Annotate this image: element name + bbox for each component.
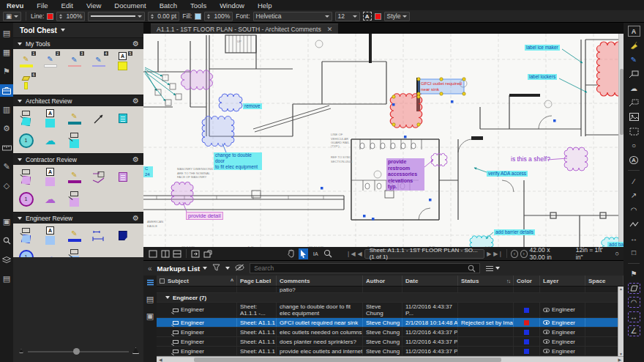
cloud-markup-purple[interactable]	[181, 70, 213, 90]
last-page-icon[interactable]: ▶❘	[493, 251, 503, 257]
fill-opacity-stepper[interactable]: 100%	[204, 12, 233, 21]
font-dropdown[interactable]: Helvetica	[253, 12, 332, 21]
tool-callout-box-contractor[interactable]	[64, 189, 84, 209]
provide-detail-markup[interactable]: provide detail	[186, 212, 223, 220]
gfci-markup[interactable]: GFCI outlet required near sink	[421, 81, 463, 92]
tool-highlight-architect[interactable]: ✎	[64, 108, 84, 128]
tool-note-architect[interactable]	[113, 108, 132, 128]
slider-knob[interactable]	[73, 348, 80, 355]
zoom-tool-icon[interactable]	[323, 248, 333, 259]
restroom-markup[interactable]: provide restroom accessories elevations …	[386, 158, 424, 191]
gear-icon[interactable]	[132, 214, 139, 222]
previous-view-icon[interactable]: ‹	[511, 250, 518, 258]
tool-callout-box-engineer[interactable]	[64, 247, 84, 257]
layers-panel-icon[interactable]	[0, 254, 13, 266]
windows-panel-icon[interactable]	[0, 103, 13, 116]
change-door-markup[interactable]: change to double door to fit elec equipm…	[214, 152, 262, 169]
polyline-tool-icon[interactable]	[628, 218, 640, 229]
menu-batch[interactable]: Batch	[153, 1, 184, 10]
remove-markup[interactable]: remove	[243, 103, 262, 109]
markups-export-icon[interactable]	[143, 311, 157, 322]
split-horizontal-icon[interactable]	[172, 248, 182, 259]
markup-summary-icon[interactable]	[0, 273, 13, 285]
snapshot-tool-icon[interactable]	[628, 126, 640, 137]
col-date[interactable]: Date	[402, 276, 458, 286]
line-width-stepper[interactable]: 0.00 pt	[148, 12, 179, 21]
markups-search[interactable]	[250, 263, 480, 273]
image-tool-icon[interactable]	[628, 111, 640, 122]
tool-count-contractor[interactable]: 1	[16, 189, 36, 209]
tool-pencil[interactable]: 1✎	[16, 51, 36, 71]
tool-count-architect[interactable]: 1	[16, 130, 36, 150]
tool-cloud-engineer[interactable]	[40, 247, 60, 257]
text-box-tool-icon[interactable]: A	[628, 26, 640, 37]
hide-markups-icon[interactable]	[235, 264, 244, 273]
ada-markup[interactable]: verify ADA access	[487, 171, 528, 177]
col-page-label[interactable]: Page Label	[237, 276, 277, 286]
tool-arrow-architect[interactable]	[89, 108, 108, 128]
callout-tool-icon[interactable]	[628, 69, 640, 80]
tool-textbox-architect[interactable]: A	[40, 108, 60, 128]
rectangle-tool-icon[interactable]	[628, 247, 640, 258]
col-comments[interactable]: Comments	[277, 276, 363, 286]
menu-view[interactable]: View	[80, 1, 108, 10]
measure-area-tool-icon[interactable]	[628, 283, 640, 294]
menu-tools[interactable]: Tools	[184, 1, 213, 10]
menu-file[interactable]: File	[30, 1, 54, 10]
search-input[interactable]	[254, 265, 468, 272]
document-tab[interactable]: A1.1.1 - 1ST FLOOR PLAN - SOUTH - Archit…	[151, 23, 338, 34]
menu-edit[interactable]: Edit	[55, 1, 80, 10]
group-row-engineer[interactable]: Engineer (7)	[157, 293, 624, 303]
tool-size-slider[interactable]	[18, 347, 139, 356]
next-page-icon[interactable]: ▶	[487, 251, 491, 257]
prev-page-icon[interactable]: ◀	[358, 251, 362, 257]
line-style-dropdown[interactable]	[88, 12, 145, 21]
markups-list-title[interactable]: Markups List	[157, 265, 208, 273]
col-status[interactable]: Status	[458, 276, 514, 286]
tool-preset-dropdown[interactable]	[3, 12, 21, 21]
collapse-panel-icon[interactable]	[148, 265, 152, 273]
menu-window[interactable]: Window	[213, 1, 251, 10]
ellipse-tool-icon[interactable]	[628, 140, 640, 151]
arc-tool-icon[interactable]	[628, 204, 640, 215]
fill-color-swatch[interactable]	[195, 13, 201, 20]
ice-maker-markup[interactable]: label ice maker	[525, 45, 560, 51]
menu-document[interactable]: Document	[108, 1, 152, 10]
col-subject[interactable]: Subject^	[157, 276, 237, 286]
close-icon[interactable]: ✕	[327, 26, 333, 33]
detach-view-icon[interactable]	[203, 248, 213, 259]
cloud-markup-red-selected[interactable]	[390, 94, 422, 128]
menu-revu[interactable]: Revu	[0, 1, 30, 10]
flag-tool-icon[interactable]	[628, 268, 640, 279]
thumbnails-panel-icon[interactable]	[0, 46, 13, 59]
section-engineer-review[interactable]: Engineer Review	[13, 212, 143, 224]
select-tool-icon[interactable]	[299, 248, 309, 259]
markups-vertical-scrollbar[interactable]: ▲▼	[618, 287, 624, 356]
pan-tool-icon[interactable]	[286, 248, 296, 259]
col-color[interactable]: Color	[514, 276, 540, 286]
select-text-icon[interactable]: IA	[310, 248, 321, 259]
section-my-tools[interactable]: My Tools	[13, 37, 143, 49]
search-panel-icon[interactable]	[0, 234, 13, 247]
font-color-swatch[interactable]	[375, 13, 381, 20]
cloud-markup-provide-detail[interactable]	[171, 182, 193, 205]
lockers-markup[interactable]: label lockers	[528, 74, 557, 80]
table-row[interactable]: Engineer Sheet: A1.1.1 -... elec outlets…	[157, 328, 624, 337]
pen-tool-icon[interactable]	[628, 54, 640, 65]
tool-text-note[interactable]: 5A	[113, 51, 132, 71]
menu-help[interactable]: Help	[251, 1, 279, 10]
cloud-markup-cyan-bottom[interactable]	[470, 236, 493, 247]
font-style-icon[interactable]: A	[363, 12, 372, 21]
table-row[interactable]: Engineer Sheet: A1.1.1 -... provide elec…	[157, 347, 624, 356]
status-icon[interactable]	[615, 250, 619, 257]
line-tool-icon[interactable]	[628, 176, 640, 187]
tool-highlighter[interactable]: 6	[16, 73, 36, 92]
filter-icon[interactable]	[212, 264, 220, 273]
cloud-callout-tool-icon[interactable]	[628, 97, 640, 108]
highlighter-tool-icon[interactable]	[628, 40, 640, 51]
gear-icon[interactable]	[132, 155, 139, 163]
measure-width-tool-icon[interactable]	[628, 311, 640, 322]
tool-cloud-contractor[interactable]	[40, 189, 60, 209]
tool-note-contractor[interactable]	[113, 167, 132, 187]
line-color-swatch[interactable]	[47, 13, 53, 20]
